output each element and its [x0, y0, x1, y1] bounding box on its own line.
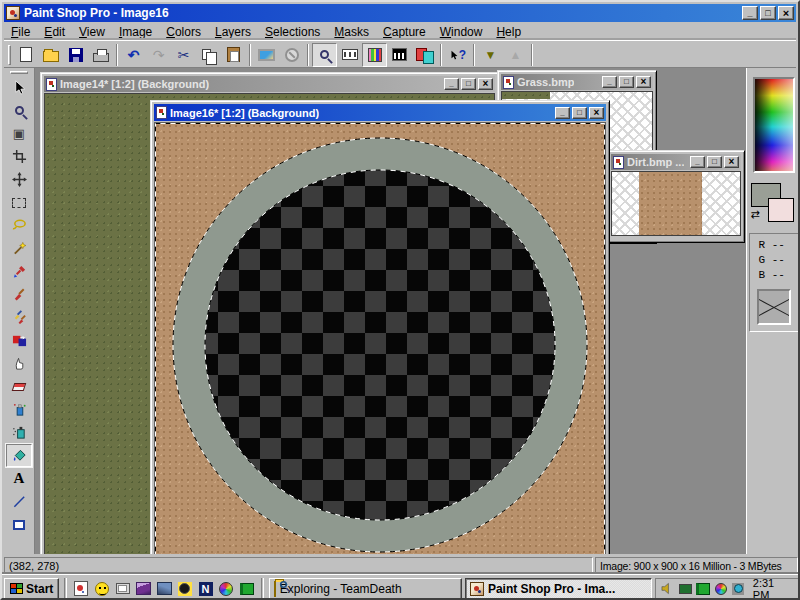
current-style-swatch[interactable] [757, 289, 791, 325]
grass-maximize-button[interactable]: □ [619, 76, 634, 88]
dirt-minimize-button[interactable]: _ [690, 156, 705, 168]
undo-button[interactable]: ↶ [121, 43, 146, 67]
tool-zoom[interactable] [6, 99, 32, 122]
tool-retouch[interactable] [6, 352, 32, 375]
tool-freehand[interactable] [6, 214, 32, 237]
menu-view[interactable]: View [72, 24, 112, 40]
quicklaunch-image-viewer[interactable] [134, 580, 152, 598]
close-button[interactable]: × [778, 6, 794, 20]
tool-line[interactable] [6, 490, 32, 513]
print-button[interactable] [88, 43, 113, 67]
cut-button[interactable]: ✂ [171, 43, 196, 67]
start-button[interactable]: Start [4, 578, 59, 600]
tool-flood-fill[interactable] [6, 444, 32, 467]
image16-close-button[interactable]: × [589, 107, 604, 119]
titlebar[interactable]: Paint Shop Pro - Image16 _ □ × [4, 4, 796, 22]
full-screen-preview-button[interactable] [254, 43, 279, 67]
dirt-titlebar[interactable]: Dirt.bmp ... _ □ × [611, 154, 741, 170]
save-button[interactable] [63, 43, 88, 67]
minimize-button[interactable]: _ [742, 6, 758, 20]
menu-edit[interactable]: Edit [37, 24, 72, 40]
pinwheel-tray-icon[interactable] [713, 581, 728, 596]
context-help-button[interactable]: ? [445, 43, 470, 67]
image16-titlebar[interactable]: Image16* [1:2] (Background) _ □ × [154, 104, 606, 121]
image14-close-button[interactable]: × [478, 78, 493, 90]
tool-selection[interactable] [6, 191, 32, 214]
clock: 2:31 PM [753, 577, 793, 600]
menu-capture[interactable]: Capture [376, 24, 433, 40]
tool-mover[interactable] [6, 168, 32, 191]
restore-button[interactable]: □ [760, 6, 776, 20]
display-settings-icon[interactable] [678, 581, 693, 596]
tool-crop[interactable] [6, 145, 32, 168]
task-paint-shop-pro[interactable]: Paint Shop Pro - Ima... [465, 578, 652, 600]
eraser-icon [12, 383, 27, 391]
move-down-button[interactable]: ▼ [478, 43, 503, 67]
quicklaunch-organizer[interactable] [238, 580, 256, 598]
tool-airbrush[interactable] [6, 421, 32, 444]
image14-titlebar[interactable]: Image14* [1:2] (Background) _ □ × [44, 76, 495, 92]
tool-dropper[interactable] [6, 260, 32, 283]
normal-viewing-button[interactable] [279, 43, 304, 67]
grass-close-button[interactable]: × [636, 76, 651, 88]
tool-color-replacer[interactable] [6, 329, 32, 352]
task-exploring-teamdeath[interactable]: Exploring - TeamDeath [269, 578, 462, 600]
tool-shape[interactable] [6, 513, 32, 536]
move-up-button[interactable]: ▲ [503, 43, 528, 67]
tool-palette-grip[interactable] [10, 71, 28, 74]
dirt-close-button[interactable]: × [724, 156, 739, 168]
redo-button[interactable]: ↷ [146, 43, 171, 67]
swap-colors-icon[interactable]: ⇄ [751, 209, 760, 220]
quicklaunch-smiley[interactable] [93, 580, 111, 598]
picture-tube-icon [12, 402, 27, 417]
toolbar-grip[interactable] [8, 45, 11, 65]
tool-paintbrush[interactable] [6, 283, 32, 306]
zoom-button[interactable] [312, 43, 337, 67]
tool-picture-tube[interactable] [6, 398, 32, 421]
tool-text[interactable]: A [6, 467, 32, 490]
volume-icon[interactable] [660, 581, 675, 596]
tool-eraser[interactable] [6, 375, 32, 398]
organizer-tray-icon[interactable] [696, 581, 711, 596]
copy-button[interactable] [196, 43, 221, 67]
image16-maximize-button[interactable]: □ [572, 107, 587, 119]
menu-selections[interactable]: Selections [258, 24, 327, 40]
quicklaunch-media[interactable] [176, 580, 194, 598]
image16-minimize-button[interactable]: _ [555, 107, 570, 119]
grass-pixels [502, 92, 550, 99]
menu-colors[interactable]: Colors [159, 24, 208, 40]
menu-help[interactable]: Help [489, 24, 528, 40]
color-picker-gradient[interactable] [753, 77, 795, 173]
copy-icon [202, 49, 211, 60]
menu-file[interactable]: File [4, 24, 37, 40]
grass-titlebar[interactable]: Grass.bmp _ □ × [501, 74, 653, 90]
tool-magic-wand[interactable] [6, 237, 32, 260]
tool-clone-brush[interactable] [6, 306, 32, 329]
paste-button[interactable] [221, 43, 246, 67]
dirt-canvas[interactable] [611, 171, 741, 236]
capture-tray-icon[interactable] [731, 581, 746, 596]
dirt-maximize-button[interactable]: □ [707, 156, 722, 168]
image16-canvas[interactable] [154, 122, 606, 554]
menu-masks[interactable]: Masks [327, 24, 376, 40]
color-palette-button[interactable] [362, 43, 387, 67]
tool-deformation[interactable]: ▣ [6, 122, 32, 145]
quicklaunch-show-desktop[interactable] [114, 580, 132, 598]
image14-minimize-button[interactable]: _ [444, 78, 459, 90]
quicklaunch-netscape[interactable]: N [197, 580, 215, 598]
menu-layers[interactable]: Layers [208, 24, 258, 40]
quicklaunch-pinwheel[interactable] [217, 580, 235, 598]
menu-image[interactable]: Image [112, 24, 159, 40]
quicklaunch-photo[interactable] [155, 580, 173, 598]
quicklaunch-paint[interactable] [72, 580, 90, 598]
image14-maximize-button[interactable]: □ [461, 78, 476, 90]
tool-arrow[interactable] [6, 76, 32, 99]
histogram-button[interactable] [387, 43, 412, 67]
grass-minimize-button[interactable]: _ [602, 76, 617, 88]
background-color-swatch[interactable] [768, 198, 794, 222]
open-button[interactable] [38, 43, 63, 67]
menu-window[interactable]: Window [433, 24, 490, 40]
tool-options-button[interactable] [337, 43, 362, 67]
layer-palette-button[interactable] [412, 43, 437, 67]
new-button[interactable] [13, 43, 38, 67]
